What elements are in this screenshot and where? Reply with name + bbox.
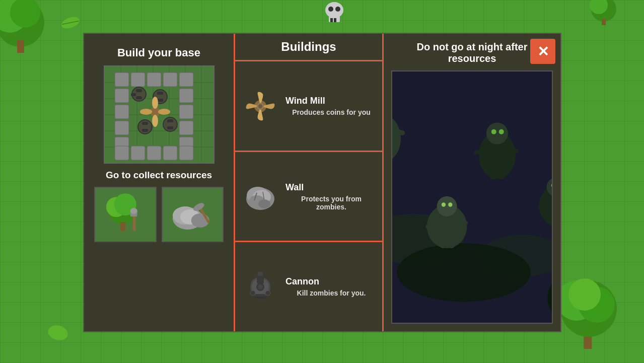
svg-point-125 bbox=[499, 129, 504, 134]
windmill-desc: Produces coins for you bbox=[285, 108, 377, 116]
svg-point-118 bbox=[486, 122, 508, 144]
svg-point-65 bbox=[152, 97, 158, 109]
windmill-svg bbox=[242, 87, 279, 125]
base-preview-svg bbox=[105, 66, 214, 164]
svg-rect-54 bbox=[131, 93, 136, 96]
cannon-info: Cannon Kill zombies for you. bbox=[285, 276, 377, 297]
svg-rect-56 bbox=[157, 92, 163, 95]
svg-rect-40 bbox=[115, 121, 129, 135]
svg-rect-48 bbox=[147, 146, 161, 160]
resources-title: Go to collect resources bbox=[106, 170, 212, 181]
svg-rect-46 bbox=[115, 146, 129, 160]
svg-point-93 bbox=[258, 199, 270, 208]
night-scene-svg bbox=[392, 71, 552, 323]
svg-rect-97 bbox=[258, 272, 263, 276]
wall-name: Wall bbox=[285, 182, 377, 193]
svg-rect-131 bbox=[449, 236, 455, 248]
tip-title: Do not go at night after resources bbox=[391, 41, 553, 64]
wall-icon bbox=[240, 176, 280, 216]
svg-point-133 bbox=[448, 202, 452, 206]
svg-rect-43 bbox=[179, 105, 193, 119]
svg-rect-34 bbox=[131, 72, 145, 87]
svg-rect-53 bbox=[136, 96, 142, 99]
svg-rect-50 bbox=[179, 146, 193, 160]
svg-rect-119 bbox=[493, 144, 502, 160]
svg-rect-73 bbox=[120, 222, 125, 231]
base-preview bbox=[104, 65, 214, 164]
cannon-svg bbox=[242, 268, 279, 306]
wall-svg bbox=[242, 178, 279, 215]
svg-rect-44 bbox=[179, 121, 193, 135]
building-windmill: Wind Mill Produces coins for you bbox=[235, 61, 382, 152]
svg-rect-35 bbox=[147, 72, 161, 87]
build-base-title: Build your base bbox=[117, 46, 200, 59]
wood-resource-svg bbox=[95, 189, 156, 240]
svg-point-86 bbox=[258, 104, 262, 108]
svg-rect-63 bbox=[167, 126, 173, 129]
wall-info: Wall Protects you from zombies. bbox=[285, 182, 377, 211]
svg-rect-42 bbox=[179, 89, 193, 103]
stone-resource-preview bbox=[162, 187, 224, 242]
svg-point-68 bbox=[140, 109, 152, 115]
svg-rect-37 bbox=[179, 72, 193, 87]
right-panel: Do not go at night after resources bbox=[384, 34, 560, 331]
night-preview bbox=[391, 70, 553, 324]
svg-point-107 bbox=[397, 243, 531, 302]
svg-rect-52 bbox=[136, 89, 142, 92]
cannon-desc: Kill zombies for you. bbox=[285, 289, 377, 297]
tutorial-modal: ✕ Build your base bbox=[83, 33, 561, 332]
left-panel: Build your base bbox=[84, 34, 235, 331]
svg-rect-49 bbox=[163, 146, 177, 160]
cannon-icon bbox=[240, 267, 280, 307]
svg-point-103 bbox=[265, 291, 270, 296]
svg-rect-101 bbox=[254, 297, 266, 299]
svg-point-99 bbox=[258, 284, 263, 289]
svg-point-66 bbox=[158, 109, 170, 115]
svg-rect-33 bbox=[115, 72, 129, 87]
building-wall: Wall Protects you from zombies. bbox=[235, 152, 382, 243]
svg-rect-138 bbox=[550, 214, 552, 226]
svg-point-132 bbox=[442, 202, 446, 206]
svg-point-102 bbox=[250, 291, 255, 296]
buildings-title: Buildings bbox=[235, 34, 382, 61]
svg-rect-60 bbox=[142, 129, 148, 132]
svg-point-127 bbox=[437, 196, 457, 216]
svg-point-76 bbox=[130, 208, 137, 214]
windmill-icon bbox=[240, 86, 280, 126]
building-cannon: Cannon Kill zombies for you. bbox=[235, 242, 382, 331]
svg-rect-47 bbox=[131, 146, 145, 160]
svg-rect-130 bbox=[440, 236, 446, 248]
mid-panel: Buildings Wind Mill Produces coins bbox=[235, 34, 384, 331]
close-button[interactable]: ✕ bbox=[530, 39, 555, 64]
cannon-name: Cannon bbox=[285, 276, 377, 287]
wall-desc: Protects you from zombies. bbox=[285, 195, 377, 211]
svg-point-67 bbox=[152, 115, 158, 127]
svg-rect-38 bbox=[115, 89, 129, 103]
svg-rect-36 bbox=[163, 72, 177, 87]
svg-rect-39 bbox=[115, 105, 129, 119]
resource-images-row bbox=[94, 187, 224, 242]
windmill-info: Wind Mill Produces coins for you bbox=[285, 96, 377, 116]
wood-resource-preview bbox=[94, 187, 157, 242]
svg-point-124 bbox=[491, 129, 496, 134]
svg-rect-62 bbox=[167, 119, 173, 122]
stone-resource-svg bbox=[163, 189, 223, 240]
windmill-name: Wind Mill bbox=[285, 96, 377, 106]
svg-rect-59 bbox=[142, 122, 148, 125]
